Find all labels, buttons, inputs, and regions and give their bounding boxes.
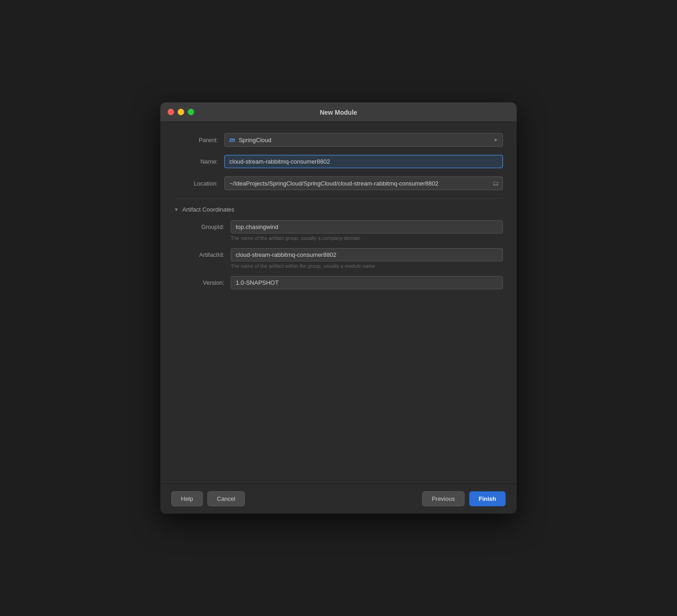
- location-input-wrap: 🗂: [224, 176, 503, 190]
- help-button[interactable]: Help: [171, 491, 203, 506]
- artifactid-row: ArtifactId: The name of the artifact wit…: [180, 248, 503, 273]
- cancel-button[interactable]: Cancel: [207, 491, 245, 506]
- footer-left-buttons: Help Cancel: [171, 491, 245, 506]
- divider: [174, 198, 503, 199]
- parent-value: SpringCloud: [238, 137, 493, 143]
- groupid-hint: The name of the artifact group, usually …: [231, 235, 503, 241]
- groupid-label: GroupId:: [180, 220, 231, 230]
- name-input[interactable]: [224, 155, 503, 168]
- browse-folder-button[interactable]: 🗂: [489, 177, 502, 190]
- minimize-button[interactable]: [178, 109, 184, 115]
- artifactid-field-wrap: The name of the artifact within the grou…: [231, 248, 503, 273]
- footer: Help Cancel Previous Finish: [160, 483, 517, 514]
- window-controls: [168, 109, 194, 115]
- artifact-section: GroupId: The name of the artifact group,…: [174, 220, 503, 289]
- chevron-down-icon: ▼: [493, 138, 498, 143]
- name-row: Name:: [174, 155, 503, 168]
- parent-label: Parent:: [174, 137, 224, 143]
- finish-button[interactable]: Finish: [469, 491, 506, 506]
- parent-row: Parent: m SpringCloud ▼: [174, 133, 503, 147]
- artifact-section-header: ▼ Artifact Coordinates: [174, 206, 503, 213]
- artifactid-label: ArtifactId:: [180, 248, 231, 258]
- name-label: Name:: [174, 158, 224, 165]
- version-input[interactable]: [231, 276, 503, 289]
- maximize-button[interactable]: [188, 109, 194, 115]
- groupid-field-wrap: The name of the artifact group, usually …: [231, 220, 503, 245]
- version-row: Version:: [180, 276, 503, 289]
- footer-right-buttons: Previous Finish: [422, 491, 506, 506]
- artifactid-hint: The name of the artifact within the grou…: [231, 263, 503, 269]
- groupid-row: GroupId: The name of the artifact group,…: [180, 220, 503, 245]
- artifact-section-title: Artifact Coordinates: [182, 206, 234, 213]
- close-button[interactable]: [168, 109, 174, 115]
- version-field-wrap: [231, 276, 503, 289]
- groupid-input[interactable]: [231, 220, 503, 234]
- title-bar: New Module: [160, 102, 517, 122]
- collapse-triangle-icon[interactable]: ▼: [174, 207, 179, 212]
- dialog-title: New Module: [320, 109, 357, 116]
- location-input[interactable]: [225, 177, 489, 190]
- artifactid-input[interactable]: [231, 248, 503, 261]
- version-label: Version:: [180, 276, 231, 286]
- new-module-dialog: New Module Parent: m SpringCloud ▼ Name:…: [160, 102, 517, 514]
- parent-icon: m: [229, 136, 235, 143]
- parent-select[interactable]: m SpringCloud ▼: [224, 133, 503, 147]
- previous-button[interactable]: Previous: [422, 491, 465, 506]
- form-content: Parent: m SpringCloud ▼ Name: Location: …: [160, 122, 517, 483]
- location-row: Location: 🗂: [174, 176, 503, 190]
- location-label: Location:: [174, 180, 224, 187]
